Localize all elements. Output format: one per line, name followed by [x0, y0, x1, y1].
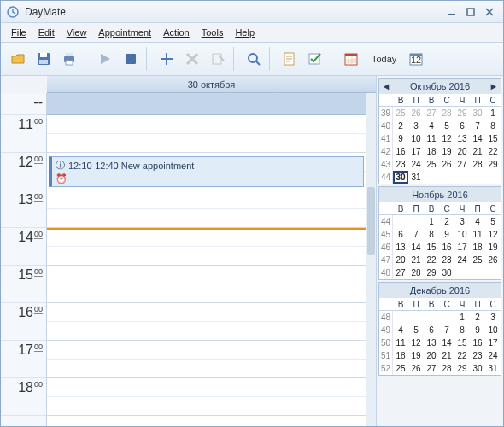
calendar-day[interactable]: 13	[393, 241, 408, 254]
calendar-day[interactable]: 19	[439, 145, 454, 158]
calendar-day[interactable]: 12	[439, 132, 454, 145]
calendar-day[interactable]: 15	[424, 241, 439, 254]
calendar-day[interactable]: 4	[424, 120, 439, 132]
slot-column[interactable]: ⓘ12:10-12:40 New appointment⏰	[47, 93, 376, 426]
calendar-day[interactable]: 2	[439, 215, 454, 228]
calendar-day[interactable]: 3	[408, 120, 424, 132]
calendar-day[interactable]: 25	[424, 158, 439, 171]
calendar-day[interactable]: 12	[408, 336, 424, 349]
calendar-day[interactable]: 2	[470, 311, 485, 324]
allday-slot[interactable]	[47, 93, 376, 115]
minimize-button[interactable]	[443, 4, 460, 20]
scroll-thumb[interactable]	[367, 187, 375, 255]
calendar-day[interactable]: 27	[424, 107, 439, 120]
calendar-day[interactable]: 21	[408, 254, 424, 266]
calendar-day[interactable]: 6	[454, 120, 470, 132]
calendar-view-button[interactable]	[339, 47, 363, 71]
calendar-day[interactable]: 28	[439, 362, 454, 375]
calendar-day[interactable]	[439, 311, 454, 324]
calendar-day[interactable]	[470, 266, 485, 279]
calendar-day[interactable]	[408, 215, 424, 228]
calendar-day[interactable]: 11	[424, 132, 439, 145]
goto-date-button[interactable]: 12	[405, 47, 429, 71]
calendar-day[interactable]: 5	[485, 215, 501, 228]
menu-view[interactable]: View	[62, 26, 92, 39]
notes-button[interactable]	[278, 47, 302, 71]
calendar-day[interactable]: 27	[393, 266, 408, 279]
calendar-day[interactable]: 14	[408, 241, 424, 254]
save-button[interactable]	[32, 47, 56, 71]
calendar-day[interactable]: 28	[439, 107, 454, 120]
search-button[interactable]	[242, 47, 266, 71]
calendar-day[interactable]: 13	[424, 336, 439, 349]
calendar-day[interactable]: 30	[470, 107, 485, 120]
calendar-day[interactable]: 10	[454, 228, 470, 241]
calendar-day[interactable]: 22	[454, 349, 470, 362]
today-button[interactable]: Today	[365, 50, 403, 67]
calendar-day[interactable]: 25	[470, 254, 485, 266]
vertical-scrollbar[interactable]	[366, 93, 376, 426]
menu-file[interactable]: File	[6, 26, 32, 39]
calendar-day[interactable]: 5	[439, 120, 454, 132]
calendar-day[interactable]: 8	[424, 228, 439, 241]
calendar-day[interactable]: 26	[408, 362, 424, 375]
calendar-day[interactable]: 12	[485, 228, 501, 241]
calendar-day[interactable]: 24	[408, 158, 424, 171]
calendar-day[interactable]: 16	[439, 241, 454, 254]
check-button[interactable]	[303, 47, 327, 71]
calendar-day[interactable]: 20	[393, 254, 408, 266]
menu-appointment[interactable]: Appointment	[93, 26, 156, 39]
calendar-day[interactable]: 9	[470, 324, 485, 336]
calendar-day[interactable]: 30	[470, 362, 485, 375]
calendar-day[interactable]: 22	[424, 254, 439, 266]
next-month-button[interactable]: ►	[489, 81, 499, 91]
calendar-day[interactable]: 1	[424, 215, 439, 228]
calendar-day[interactable]: 31	[408, 171, 424, 184]
print-button[interactable]	[57, 47, 81, 71]
calendar-day[interactable]: 13	[454, 132, 470, 145]
calendar-day[interactable]: 3	[454, 215, 470, 228]
calendar-day[interactable]	[454, 266, 470, 279]
edit-button[interactable]	[206, 47, 230, 71]
calendar-day[interactable]: 19	[485, 241, 501, 254]
maximize-button[interactable]	[462, 4, 479, 20]
calendar-day[interactable]: 29	[454, 362, 470, 375]
calendar-day[interactable]: 1	[485, 107, 501, 120]
calendar-day[interactable]: 26	[408, 107, 424, 120]
calendar-day[interactable]: 1	[454, 311, 470, 324]
appointment-block[interactable]: ⓘ12:10-12:40 New appointment⏰	[49, 156, 364, 187]
calendar-day[interactable]: 28	[408, 266, 424, 279]
calendar-day[interactable]: 11	[393, 336, 408, 349]
calendar-day[interactable]: 15	[485, 132, 501, 145]
calendar-day[interactable]	[408, 311, 424, 324]
calendar-day[interactable]: 9	[393, 132, 408, 145]
calendar-day[interactable]: 29	[485, 158, 501, 171]
calendar-day[interactable]: 21	[470, 145, 485, 158]
calendar-day[interactable]: 24	[485, 349, 501, 362]
calendar-day[interactable]: 2	[393, 120, 408, 132]
calendar-day[interactable]: 26	[439, 158, 454, 171]
open-button[interactable]	[6, 47, 30, 71]
calendar-day[interactable]	[393, 215, 408, 228]
calendar-day[interactable]: 15	[454, 336, 470, 349]
calendar-day[interactable]: 17	[408, 145, 424, 158]
calendar-day[interactable]: 6	[424, 324, 439, 336]
calendar-day[interactable]: 4	[470, 215, 485, 228]
calendar-day[interactable]: 23	[439, 254, 454, 266]
calendar-day[interactable]	[424, 311, 439, 324]
calendar-day[interactable]: 4	[393, 324, 408, 336]
calendar-day[interactable]: 27	[454, 158, 470, 171]
calendar-day[interactable]: 24	[454, 254, 470, 266]
calendar-day[interactable]	[424, 171, 439, 184]
calendar-day[interactable]: 6	[393, 228, 408, 241]
calendar-day[interactable]: 7	[470, 120, 485, 132]
calendar-day[interactable]: 16	[393, 145, 408, 158]
calendar-day[interactable]: 21	[439, 349, 454, 362]
calendar-day[interactable]: 18	[470, 241, 485, 254]
calendar-day[interactable]: 10	[408, 132, 424, 145]
calendar-day[interactable]: 26	[485, 254, 501, 266]
calendar-day[interactable]: 20	[424, 349, 439, 362]
calendar-day[interactable]: 7	[439, 324, 454, 336]
calendar-day[interactable]: 3	[485, 311, 501, 324]
prev-month-button[interactable]: ◄	[381, 81, 391, 91]
